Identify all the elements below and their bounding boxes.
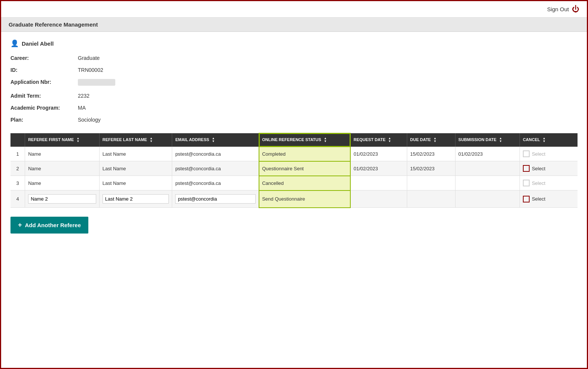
cancel-checkbox: [523, 150, 530, 157]
sign-out-button[interactable]: Sign Out ⏻: [547, 5, 579, 13]
referee-last-name: Last Name: [99, 161, 172, 176]
sort-arrows-firstname: ▲▼: [76, 137, 79, 143]
sort-arrows-lastname: ▲▼: [150, 137, 153, 143]
plan-value: Sociology: [78, 115, 578, 124]
table-row: 4Send QuestionnaireSelect: [10, 190, 578, 208]
referee-table: REFEREE FIRST NAME ▲▼ REFEREE LAST NAME …: [10, 133, 578, 208]
sort-arrows-email: ▲▼: [212, 137, 215, 143]
cancel-select-button: Select: [532, 180, 545, 186]
referee-first-name: Name: [25, 161, 100, 176]
th-first-name[interactable]: REFEREE FIRST NAME ▲▼: [25, 133, 100, 147]
sign-out-label: Sign Out: [547, 6, 569, 12]
sort-arrows-subdate: ▲▼: [499, 137, 502, 143]
table-row: 1NameLast Namepstest@concordia.caComplet…: [10, 147, 578, 161]
top-bar: Sign Out ⏻: [1, 1, 587, 18]
cancel-checkbox: [523, 180, 530, 186]
request-date: [350, 190, 407, 208]
id-label: ID:: [10, 65, 78, 74]
plus-icon: +: [18, 221, 22, 229]
table-row: 2NameLast Namepstest@concordia.caQuestio…: [10, 161, 578, 176]
due-date: [407, 190, 455, 208]
cancel-checkbox[interactable]: [523, 165, 530, 172]
row-number: 4: [10, 190, 25, 208]
cancel-container: Select: [523, 165, 575, 172]
admit-term-value: 2232: [78, 91, 578, 100]
request-date: [350, 176, 407, 190]
submission-date: [455, 161, 520, 176]
cancel-checkbox[interactable]: [523, 196, 530, 202]
admit-term-label: Admit Term:: [10, 91, 78, 100]
referee-email: pstest@concordia.ca: [172, 147, 259, 161]
plan-label: Plan:: [10, 115, 78, 124]
due-date: [407, 176, 455, 190]
request-date: 01/02/2023: [350, 147, 407, 161]
row-number: 1: [10, 147, 25, 161]
referee-email: pstest@concordia.ca: [172, 176, 259, 190]
app-nbr-value: [78, 77, 578, 88]
cancel-container: Select: [523, 180, 575, 186]
th-email[interactable]: EMAIL ADDRESS ▲▼: [172, 133, 259, 147]
table-header-row: REFEREE FIRST NAME ▲▼ REFEREE LAST NAME …: [10, 133, 578, 147]
cancel-cell: Select: [520, 190, 578, 208]
cancel-select-button[interactable]: Select: [532, 196, 545, 202]
th-last-name[interactable]: REFEREE LAST NAME ▲▼: [99, 133, 172, 147]
cancel-select-button[interactable]: Select: [532, 166, 545, 171]
referee-email: pstest@concordia.ca: [172, 161, 259, 176]
referee-first-name: [25, 190, 100, 208]
app-nbr-label: Application Nbr:: [10, 77, 78, 88]
online-reference-status: Completed: [259, 147, 351, 161]
page-title-bar: Graduate Reference Management: [1, 18, 587, 32]
cancel-cell: Select: [520, 161, 578, 176]
submission-date: [455, 190, 520, 208]
referee-first-name: Name: [25, 147, 100, 161]
sort-arrows-status: ▲▼: [324, 137, 327, 143]
online-reference-status: Cancelled: [259, 176, 351, 190]
add-referee-button[interactable]: + Add Another Referee: [10, 217, 88, 234]
power-icon: ⏻: [572, 5, 579, 13]
add-referee-label: Add Another Referee: [25, 222, 81, 228]
app-nbr-blurred: [78, 79, 115, 86]
id-value: TRN00002: [78, 65, 578, 74]
th-row-num: [10, 133, 25, 147]
career-value: Graduate: [78, 54, 578, 62]
th-cancel[interactable]: CANCEL ▲▼: [520, 133, 578, 147]
referee-last-name: Last Name: [99, 176, 172, 190]
referee-last-name: Last Name: [99, 147, 172, 161]
cancel-cell: Select: [520, 147, 578, 161]
referee-last-name-input[interactable]: [103, 194, 169, 204]
student-name: Daniel Abell: [22, 40, 54, 47]
row-number: 3: [10, 176, 25, 190]
academic-program-label: Academic Program:: [10, 103, 78, 112]
cancel-container: Select: [523, 150, 575, 157]
user-icon: 👤: [10, 39, 19, 48]
th-sub-date[interactable]: SUBMISSION DATE ▲▼: [455, 133, 520, 147]
referee-first-name: Name: [25, 176, 100, 190]
sort-arrows-cancel: ▲▼: [543, 137, 546, 143]
submission-date: [455, 176, 520, 190]
referee-email: [172, 190, 259, 208]
referee-last-name: [99, 190, 172, 208]
student-info-grid: Career: Graduate ID: TRN00002 Applicatio…: [10, 54, 578, 124]
page-title: Graduate Reference Management: [9, 21, 98, 28]
row-number: 2: [10, 161, 25, 176]
sort-arrows-duedate: ▲▼: [433, 137, 436, 143]
th-req-date[interactable]: REQUEST DATE ▲▼: [350, 133, 407, 147]
online-reference-status: Send Questionnaire: [259, 190, 351, 208]
academic-program-value: MA: [78, 103, 578, 112]
referee-email-input[interactable]: [175, 194, 256, 204]
due-date: 15/02/2023: [407, 161, 455, 176]
submission-date: 01/02/2023: [455, 147, 520, 161]
online-reference-status: Questionnaire Sent: [259, 161, 351, 176]
cancel-container: Select: [523, 196, 575, 202]
due-date: 15/02/2023: [407, 147, 455, 161]
referee-first-name-input[interactable]: [28, 194, 96, 204]
request-date: 01/02/2023: [350, 161, 407, 176]
th-online-status[interactable]: ONLINE REFERENCE STATUS ▲▼: [259, 133, 351, 147]
main-content: 👤 Daniel Abell Career: Graduate ID: TRN0…: [1, 32, 587, 241]
cancel-cell: Select: [520, 176, 578, 190]
user-info: 👤 Daniel Abell: [10, 39, 578, 48]
cancel-select-button: Select: [532, 151, 545, 157]
table-row: 3NameLast Namepstest@concordia.caCancell…: [10, 176, 578, 190]
th-due-date[interactable]: DUE DATE ▲▼: [407, 133, 455, 147]
career-label: Career:: [10, 54, 78, 62]
